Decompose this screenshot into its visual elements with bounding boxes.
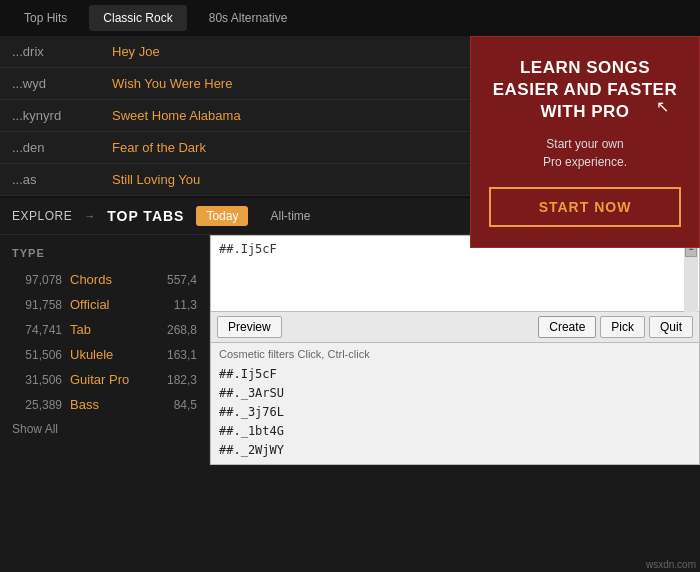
song-list-area: ...drix Hey Joe ★★★★★ ...wyd Wish You We… — [0, 36, 700, 196]
song-title-cell: Sweet Home Alabama — [100, 100, 487, 132]
tab-top-hits[interactable]: Top Hits — [10, 5, 81, 31]
tab-all-time[interactable]: All-time — [260, 206, 320, 226]
song-link[interactable]: Fear of the Dark — [112, 140, 206, 155]
filter-item[interactable]: ##._3ArSU — [219, 384, 691, 403]
start-now-button[interactable]: START NOW — [489, 187, 681, 227]
filter-item[interactable]: ##._3j76L — [219, 403, 691, 422]
song-title-cell: Wish You Were Here — [100, 68, 487, 100]
ukulele-count-left: 51,506 — [12, 348, 62, 362]
cosmetic-panel-col: ##.Ij5cF 1 Preview Create Pick Quit Cosm… — [210, 235, 700, 465]
type-row-guitar-pro[interactable]: 31,506 Guitar Pro 182,3 — [0, 367, 209, 392]
filter-item[interactable]: ##.Ij5cF — [219, 365, 691, 384]
artist-cell: ...wyd — [0, 68, 100, 100]
filter-item[interactable]: ##._1bt4G — [219, 422, 691, 441]
bass-count-left: 25,389 — [12, 398, 62, 412]
artist-cell: ...den — [0, 132, 100, 164]
pro-banner: LEARN SONGSEASIER AND FASTERWITH PRO Sta… — [470, 36, 700, 248]
top-tabs-label: TOP TABS — [107, 208, 184, 224]
artist-cell: ...drix — [0, 36, 100, 68]
quit-button[interactable]: Quit — [649, 316, 693, 338]
cosmetic-panel: ##.Ij5cF 1 Preview Create Pick Quit Cosm… — [210, 235, 700, 465]
tab-count-right: 268,8 — [167, 323, 197, 337]
type-link-chords[interactable]: Chords — [70, 272, 159, 287]
song-title-cell: Still Loving You — [100, 164, 487, 196]
song-link[interactable]: Wish You Were Here — [112, 76, 232, 91]
explore-link[interactable]: EXPLORE — [12, 209, 72, 223]
filter-item[interactable]: ##._3nOyH — [219, 461, 691, 464]
type-row-bass[interactable]: 25,389 Bass 84,5 — [0, 392, 209, 417]
song-link[interactable]: Still Loving You — [112, 172, 200, 187]
type-link-ukulele[interactable]: Ukulele — [70, 347, 159, 362]
cosmetic-filters-title: Cosmetic filters Click, Ctrl-click — [219, 347, 691, 361]
tab-80s-alternative[interactable]: 80s Alternative — [195, 5, 302, 31]
two-col-layout: TYPE 97,078 Chords 557,4 91,758 Official… — [0, 235, 700, 465]
chords-count-left: 97,078 — [12, 273, 62, 287]
type-row-chords[interactable]: 97,078 Chords 557,4 — [0, 267, 209, 292]
chords-count-right: 557,4 — [167, 273, 197, 287]
cosmetic-filters-body: Cosmetic filters Click, Ctrl-click ##.Ij… — [211, 343, 699, 464]
type-row-tab[interactable]: 74,741 Tab 268,8 — [0, 317, 209, 342]
filter-item[interactable]: ##._2WjWY — [219, 441, 691, 460]
type-col-header: TYPE — [0, 243, 209, 267]
ukulele-count-right: 163,1 — [167, 348, 197, 362]
type-link-tab[interactable]: Tab — [70, 322, 159, 337]
pro-banner-title: LEARN SONGSEASIER AND FASTERWITH PRO — [489, 57, 681, 123]
song-link[interactable]: Hey Joe — [112, 44, 160, 59]
type-row-official[interactable]: 91,758 Official 11,3 — [0, 292, 209, 317]
explore-arrow-icon: → — [84, 210, 95, 222]
watermark: wsxdn.com — [646, 559, 696, 570]
artist-cell: ...kynyrd — [0, 100, 100, 132]
type-list-col: TYPE 97,078 Chords 557,4 91,758 Official… — [0, 235, 210, 465]
guitar-pro-count-left: 31,506 — [12, 373, 62, 387]
pick-button[interactable]: Pick — [600, 316, 645, 338]
song-title-cell: Fear of the Dark — [100, 132, 487, 164]
song-title-cell: Hey Joe — [100, 36, 487, 68]
type-link-guitar-pro[interactable]: Guitar Pro — [70, 372, 159, 387]
create-button[interactable]: Create — [538, 316, 596, 338]
cursor-icon: ↖ — [656, 97, 669, 116]
type-link-official[interactable]: Official — [70, 297, 166, 312]
bass-count-right: 84,5 — [174, 398, 197, 412]
artist-cell: ...as — [0, 164, 100, 196]
official-count-right: 11,3 — [174, 298, 197, 312]
type-row-ukulele[interactable]: 51,506 Ukulele 163,1 — [0, 342, 209, 367]
guitar-pro-count-right: 182,3 — [167, 373, 197, 387]
tab-classic-rock[interactable]: Classic Rock — [89, 5, 186, 31]
tab-today[interactable]: Today — [196, 206, 248, 226]
top-nav: Top Hits Classic Rock 80s Alternative — [0, 0, 700, 36]
type-link-bass[interactable]: Bass — [70, 397, 166, 412]
tab-count-left: 74,741 — [12, 323, 62, 337]
show-all-link[interactable]: Show All — [0, 417, 209, 441]
song-link[interactable]: Sweet Home Alabama — [112, 108, 241, 123]
cosmetic-toolbar: Preview Create Pick Quit — [211, 312, 699, 343]
pro-banner-subtitle: Start your ownPro experience. — [489, 135, 681, 171]
official-count-left: 91,758 — [12, 298, 62, 312]
preview-button[interactable]: Preview — [217, 316, 282, 338]
